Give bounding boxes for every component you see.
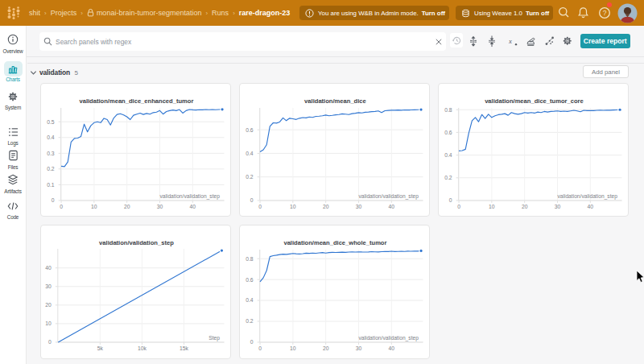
svg-text:0: 0 xyxy=(448,197,452,203)
svg-text:0.6: 0.6 xyxy=(444,130,452,135)
svg-text:0.1: 0.1 xyxy=(47,182,55,188)
svg-text:20: 20 xyxy=(124,204,130,209)
svg-text:10: 10 xyxy=(45,321,52,327)
svg-text:0.2: 0.2 xyxy=(246,319,254,325)
svg-text:0.8: 0.8 xyxy=(444,107,452,113)
svg-text:0.4: 0.4 xyxy=(246,298,254,304)
svg-text:10: 10 xyxy=(489,204,495,209)
svg-text:validation/validation_step: validation/validation_step xyxy=(159,193,220,200)
svg-text:0.4: 0.4 xyxy=(47,134,55,140)
svg-text:40: 40 xyxy=(388,345,394,351)
svg-text:30: 30 xyxy=(45,284,52,290)
svg-text:0: 0 xyxy=(250,197,253,203)
svg-text:validation/mean_dice_tumor_cor: validation/mean_dice_tumor_core xyxy=(485,98,584,105)
svg-text:10: 10 xyxy=(290,204,296,209)
svg-text:?: ? xyxy=(603,9,607,17)
svg-text:40: 40 xyxy=(45,265,52,271)
svg-text:30: 30 xyxy=(355,204,361,209)
svg-text:0.2: 0.2 xyxy=(246,174,254,180)
svg-text:0: 0 xyxy=(258,204,262,209)
svg-text:0.8: 0.8 xyxy=(246,256,254,262)
svg-text:validation/mean_dice_enhanced_: validation/mean_dice_enhanced_tumor xyxy=(79,98,193,105)
svg-text:0.2: 0.2 xyxy=(47,166,55,172)
svg-text:20: 20 xyxy=(45,303,52,308)
svg-text:0: 0 xyxy=(457,204,460,209)
svg-text:20: 20 xyxy=(322,204,328,209)
svg-text:40: 40 xyxy=(388,204,394,209)
svg-text:20: 20 xyxy=(322,345,328,351)
svg-text:0.4: 0.4 xyxy=(444,152,452,158)
svg-text:0.3: 0.3 xyxy=(47,151,55,156)
svg-text:validation/mean_dice_whole_tum: validation/mean_dice_whole_tumor xyxy=(283,240,386,247)
svg-text:0: 0 xyxy=(258,345,262,351)
svg-text:10k: 10k xyxy=(138,345,147,351)
svg-text:Step: Step xyxy=(208,335,220,341)
svg-text:validation/mean_dice: validation/mean_dice xyxy=(304,98,366,105)
svg-text:0: 0 xyxy=(48,340,52,345)
svg-text:0.6: 0.6 xyxy=(246,277,254,283)
svg-text:30: 30 xyxy=(554,204,560,209)
svg-text:15k: 15k xyxy=(180,345,189,351)
svg-text:40: 40 xyxy=(587,204,593,209)
svg-text:0.5: 0.5 xyxy=(47,119,55,125)
svg-text:10: 10 xyxy=(290,345,296,351)
svg-text:0.2: 0.2 xyxy=(444,175,452,180)
svg-text:40: 40 xyxy=(189,204,196,209)
svg-text:5k: 5k xyxy=(97,345,103,351)
svg-text:0.4: 0.4 xyxy=(246,151,254,156)
svg-text:20: 20 xyxy=(521,204,527,209)
svg-text:validation/validation_step: validation/validation_step xyxy=(358,335,419,341)
svg-text:0: 0 xyxy=(60,204,63,209)
svg-text:validation/validation_step: validation/validation_step xyxy=(358,193,419,200)
svg-text:validation/validation_step: validation/validation_step xyxy=(557,193,617,200)
svg-text:0.6: 0.6 xyxy=(246,127,254,133)
svg-text:0: 0 xyxy=(250,340,253,345)
svg-text:30: 30 xyxy=(156,204,163,209)
svg-text:x: x xyxy=(509,37,512,45)
svg-text:validation/validation_step: validation/validation_step xyxy=(99,240,174,247)
svg-text:0: 0 xyxy=(52,197,55,203)
svg-text:10: 10 xyxy=(91,204,97,209)
svg-text:30: 30 xyxy=(355,345,361,351)
